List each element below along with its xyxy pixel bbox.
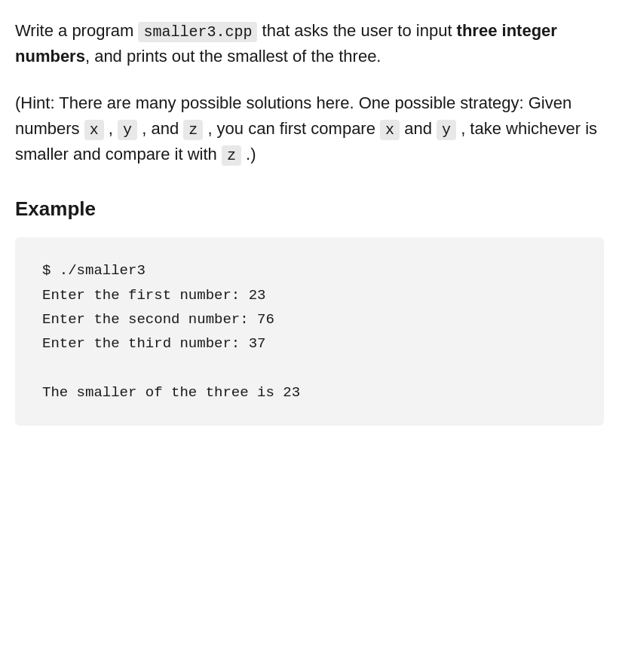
code-block: $ ./smaller3 Enter the first number: 23 … xyxy=(15,237,604,426)
hint-and-text: and xyxy=(400,119,437,138)
intro-after-bold: , and prints out the smallest of the thr… xyxy=(85,47,382,66)
hint-code-x1: x xyxy=(84,120,104,140)
hint-paragraph: (Hint: There are many possible solutions… xyxy=(15,90,604,167)
intro-filename: smaller3.cpp xyxy=(138,22,257,42)
code-line: The smaller of the three is 23 xyxy=(42,384,300,401)
example-heading: Example xyxy=(15,194,604,224)
hint-code-z2: z xyxy=(222,145,241,166)
code-line: $ ./smaller3 xyxy=(42,262,146,279)
code-line xyxy=(42,356,577,380)
hint-code-z1: z xyxy=(183,120,203,140)
hint-code-x2: x xyxy=(380,120,400,140)
intro-paragraph: Write a program smaller3.cpp that asks t… xyxy=(15,18,604,69)
code-line: Enter the third number: 37 xyxy=(42,335,265,352)
code-line: Enter the second number: 76 xyxy=(42,311,274,328)
hint-closing: .) xyxy=(241,145,256,163)
intro-prefix: Write a program xyxy=(15,21,138,40)
code-line: Enter the first number: 23 xyxy=(42,287,265,304)
hint-comma3: , you can first compare xyxy=(203,119,380,138)
hint-code-y2: y xyxy=(437,120,456,140)
hint-comma1: , xyxy=(104,119,113,138)
hint-code-y1: y xyxy=(118,120,137,140)
intro-suffix: that asks the user to input xyxy=(257,21,456,40)
hint-comma2: , and xyxy=(137,119,183,138)
